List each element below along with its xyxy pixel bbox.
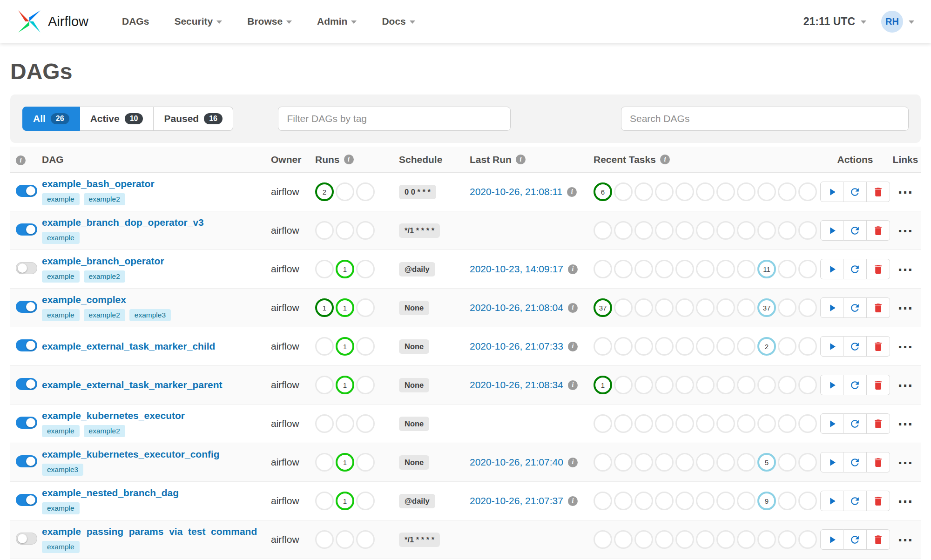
trigger-dag-button[interactable] (820, 375, 843, 395)
task-status-circle[interactable] (614, 414, 633, 433)
task-status-circle[interactable] (737, 221, 756, 240)
schedule-badge[interactable]: None (399, 339, 429, 354)
delete-dag-button[interactable] (867, 336, 890, 357)
task-status-circle[interactable] (594, 414, 612, 433)
task-status-circle[interactable] (737, 182, 756, 201)
run-status-circle[interactable] (356, 298, 375, 317)
task-status-circle[interactable] (778, 221, 796, 240)
refresh-dag-button[interactable] (843, 529, 867, 550)
task-status-circle[interactable] (798, 260, 817, 278)
task-status-circle[interactable] (798, 221, 817, 240)
info-icon[interactable] (516, 155, 526, 164)
dag-name-link[interactable]: example_kubernetes_executor_config (42, 449, 271, 460)
task-status-circle[interactable] (716, 260, 735, 278)
task-status-circle[interactable] (594, 260, 612, 278)
run-status-circle[interactable]: 1 (336, 298, 354, 317)
run-status-circle[interactable] (356, 453, 375, 472)
dag-tag[interactable]: example2 (84, 425, 125, 437)
run-status-circle[interactable] (356, 260, 375, 278)
refresh-dag-button[interactable] (843, 220, 867, 241)
info-icon[interactable] (344, 155, 354, 164)
task-status-circle[interactable] (716, 221, 735, 240)
task-status-circle[interactable] (655, 260, 674, 278)
dag-name-link[interactable]: example_kubernetes_executor (42, 410, 271, 421)
last-run-link[interactable]: 2020-10-23, 14:09:17 (470, 263, 563, 275)
run-status-circle[interactable] (315, 376, 334, 394)
task-status-circle[interactable]: 37 (757, 298, 776, 317)
dag-tag[interactable]: example (42, 270, 80, 283)
task-status-circle[interactable] (778, 376, 796, 394)
task-status-circle[interactable] (798, 453, 817, 472)
task-status-circle[interactable] (696, 414, 715, 433)
run-status-circle[interactable]: 1 (336, 260, 354, 278)
task-status-circle[interactable] (778, 337, 796, 356)
task-status-circle[interactable] (778, 453, 796, 472)
task-status-circle[interactable] (594, 337, 612, 356)
last-run-link[interactable]: 2020-10-26, 21:07:33 (470, 341, 563, 352)
run-status-circle[interactable] (336, 530, 354, 549)
task-status-circle[interactable] (778, 298, 796, 317)
run-status-circle[interactable] (356, 182, 375, 201)
nav-item-browse[interactable]: Browse (247, 16, 292, 27)
schedule-badge[interactable]: None (399, 301, 429, 315)
task-status-circle[interactable] (778, 260, 796, 278)
dag-pause-toggle[interactable] (16, 455, 37, 467)
task-status-circle[interactable] (594, 530, 612, 549)
dag-pause-toggle[interactable] (16, 301, 37, 313)
task-status-circle[interactable] (716, 530, 735, 549)
run-status-circle[interactable] (336, 182, 354, 201)
tab-all[interactable]: All 26 (22, 107, 80, 131)
task-status-circle[interactable] (737, 492, 756, 510)
delete-dag-button[interactable] (867, 529, 890, 550)
task-status-circle[interactable] (614, 492, 633, 510)
task-status-circle[interactable] (634, 492, 653, 510)
task-status-circle[interactable] (737, 376, 756, 394)
refresh-dag-button[interactable] (843, 182, 867, 202)
run-status-circle[interactable]: 1 (336, 492, 354, 510)
task-status-circle[interactable] (696, 298, 715, 317)
run-status-circle[interactable]: 1 (336, 453, 354, 472)
task-status-circle[interactable] (655, 492, 674, 510)
task-status-circle[interactable] (696, 260, 715, 278)
task-status-circle[interactable]: 6 (594, 182, 612, 201)
task-status-circle[interactable] (798, 414, 817, 433)
run-status-circle[interactable] (336, 221, 354, 240)
task-status-circle[interactable] (778, 492, 796, 510)
task-status-circle[interactable] (655, 182, 674, 201)
dag-tag[interactable]: example2 (84, 309, 125, 321)
run-status-circle[interactable] (356, 221, 375, 240)
run-status-circle[interactable] (356, 337, 375, 356)
task-status-circle[interactable] (778, 414, 796, 433)
task-status-circle[interactable] (798, 492, 817, 510)
task-status-circle[interactable] (634, 376, 653, 394)
last-run-link[interactable]: 2020-10-26, 21:07:40 (470, 457, 563, 468)
dag-name-link[interactable]: example_external_task_marker_child (42, 341, 271, 352)
task-status-circle[interactable] (737, 260, 756, 278)
task-status-circle[interactable] (737, 337, 756, 356)
dag-tag[interactable]: example (42, 541, 80, 553)
task-status-circle[interactable] (696, 530, 715, 549)
dag-tag[interactable]: example (42, 425, 80, 437)
task-status-circle[interactable] (634, 337, 653, 356)
task-status-circle[interactable] (655, 221, 674, 240)
task-status-circle[interactable] (614, 376, 633, 394)
task-status-circle[interactable] (634, 530, 653, 549)
run-status-circle[interactable] (315, 221, 334, 240)
search-dags-input[interactable] (621, 107, 909, 131)
task-status-circle[interactable] (757, 530, 776, 549)
task-status-circle[interactable] (696, 182, 715, 201)
dag-pause-toggle[interactable] (16, 185, 37, 197)
delete-dag-button[interactable] (867, 491, 890, 511)
task-status-circle[interactable] (798, 376, 817, 394)
last-run-link[interactable]: 2020-10-26, 21:07:37 (470, 495, 563, 506)
task-status-circle[interactable] (614, 337, 633, 356)
run-status-circle[interactable] (336, 414, 354, 433)
dag-tag[interactable]: example (42, 232, 80, 244)
task-status-circle[interactable]: 2 (757, 337, 776, 356)
task-status-circle[interactable] (675, 453, 694, 472)
nav-item-admin[interactable]: Admin (317, 16, 357, 27)
schedule-badge[interactable]: 0 0 * * * (399, 185, 436, 199)
nav-item-docs[interactable]: Docs (382, 16, 415, 27)
delete-dag-button[interactable] (867, 297, 890, 318)
dag-tag[interactable]: example3 (129, 309, 171, 321)
